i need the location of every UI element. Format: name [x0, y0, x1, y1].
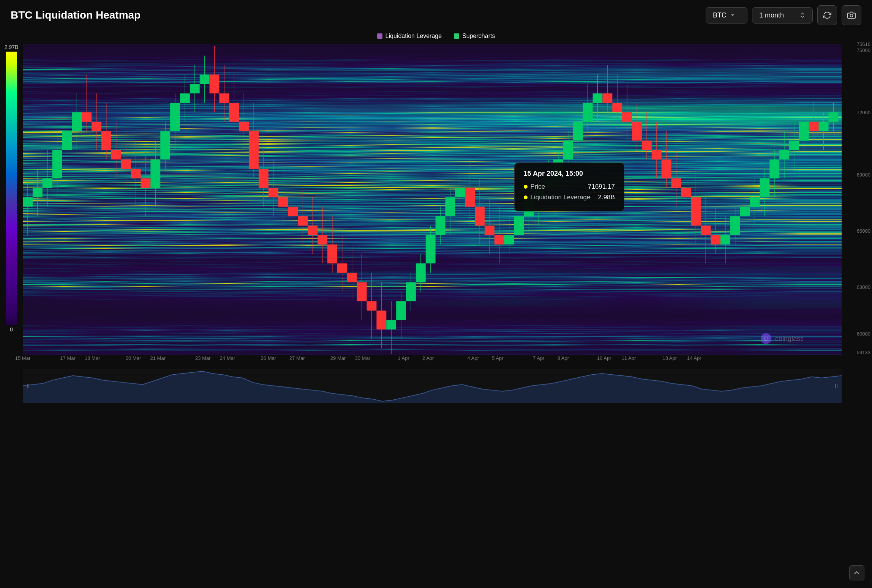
chevron-down-icon	[730, 12, 736, 18]
tooltip-liq-value: 2.98B	[598, 194, 615, 201]
x-tick-23mar: 23 Mar	[195, 355, 210, 361]
legend-liquidation-label: Liquidation Leverage	[385, 33, 442, 39]
tooltip: 15 Apr 2024, 15:00 Price 71691.17 Liquid…	[514, 162, 624, 211]
x-tick-11apr: 11 Apr	[622, 355, 636, 361]
x-tick-29mar: 29 Mar	[330, 355, 346, 361]
y-tick-69000: 69000	[857, 172, 870, 178]
tooltip-liq-label: Liquidation Leverage	[524, 194, 591, 201]
tooltip-date: 15 Apr 2024, 15:00	[524, 170, 615, 178]
scale-bottom-label: 0	[10, 326, 13, 333]
chart-area[interactable]: 15 Apr 2024, 15:00 Price 71691.17 Liquid…	[23, 44, 842, 355]
x-tick-7apr: 7 Apr	[533, 355, 544, 361]
mini-chart[interactable]: ⏸ ⏸	[23, 369, 842, 403]
header: BTC Liquidation Heatmap BTC 1 month	[0, 0, 872, 30]
timeframe-selector[interactable]: 1 month	[752, 7, 813, 24]
color-scale: 2.97B 0	[0, 44, 23, 355]
refresh-icon	[823, 11, 831, 19]
page-title: BTC Liquidation Heatmap	[11, 9, 141, 21]
coinglass-watermark: ⬡ coinglass	[761, 333, 804, 344]
x-tick-30mar: 30 Mar	[355, 355, 370, 361]
x-tick-4apr: 4 Apr	[468, 355, 479, 361]
scale-gradient-bar	[6, 52, 17, 325]
tooltip-liq-row: Liquidation Leverage 2.98B	[524, 194, 615, 201]
y-tick-63000: 63000	[857, 284, 870, 290]
y-tick-75616: 75616	[857, 41, 870, 47]
x-axis: 15 Mar 17 Mar 18 Mar 20 Mar 21 Mar 23 Ma…	[23, 355, 842, 369]
y-tick-72000: 72000	[857, 110, 870, 115]
tooltip-price-value: 71691.17	[588, 183, 615, 191]
x-tick-1apr: 1 Apr	[398, 355, 409, 361]
x-tick-18mar: 18 Mar	[85, 355, 100, 361]
legend-dot-green	[454, 33, 459, 39]
coinglass-label: coinglass	[775, 335, 804, 343]
x-tick-26mar: 26 Mar	[261, 355, 276, 361]
x-tick-24mar: 24 Mar	[220, 355, 235, 361]
chevron-up-icon	[853, 569, 861, 577]
svg-point-0	[850, 14, 853, 17]
x-tick-2apr: 2 Apr	[422, 355, 434, 361]
y-tick-66000: 66000	[857, 228, 870, 234]
x-tick-27mar: 27 Mar	[289, 355, 305, 361]
x-tick-5apr: 5 Apr	[492, 355, 503, 361]
y-tick-60000: 60000	[857, 331, 870, 336]
scroll-up-button[interactable]	[849, 565, 864, 580]
chevron-updown-icon	[799, 12, 806, 18]
coinglass-logo: ⬡	[761, 333, 771, 344]
legend-dot-purple	[377, 33, 382, 39]
mini-pause-left[interactable]: ⏸	[25, 383, 31, 390]
asset-value: BTC	[713, 11, 727, 19]
x-tick-8apr: 8 Apr	[558, 355, 569, 361]
legend-supercharts-label: Supercharts	[462, 33, 495, 39]
timeframe-value: 1 month	[759, 11, 784, 19]
y-tick-75000: 75000	[857, 47, 870, 53]
y-tick-59133: 59133	[857, 349, 870, 355]
x-tick-20mar: 20 Mar	[126, 355, 141, 361]
x-tick-17mar: 17 Mar	[60, 355, 75, 361]
legend: Liquidation Leverage Supercharts	[0, 30, 872, 44]
x-tick-10apr: 10 Apr	[597, 355, 611, 361]
camera-icon	[847, 11, 856, 19]
tooltip-price-label: Price	[524, 183, 545, 191]
x-tick-13apr: 13 Apr	[662, 355, 677, 361]
x-tick-15mar: 15 Mar	[15, 355, 30, 361]
legend-supercharts: Supercharts	[454, 33, 495, 39]
refresh-button[interactable]	[817, 5, 837, 25]
x-tick-21mar: 21 Mar	[150, 355, 166, 361]
scale-top-label: 2.97B	[5, 44, 19, 50]
liq-dot	[524, 195, 528, 199]
tooltip-price-row: Price 71691.17	[524, 183, 615, 191]
asset-selector[interactable]: BTC	[706, 7, 747, 24]
mini-pause-right[interactable]: ⏸	[833, 383, 839, 390]
y-axis: 75616 75000 72000 69000 66000 63000 6000…	[842, 44, 872, 355]
price-dot	[524, 185, 528, 189]
legend-liquidation: Liquidation Leverage	[377, 33, 442, 39]
x-tick-14apr: 14 Apr	[687, 355, 701, 361]
header-controls: BTC 1 month	[706, 5, 861, 25]
screenshot-button[interactable]	[842, 5, 861, 25]
